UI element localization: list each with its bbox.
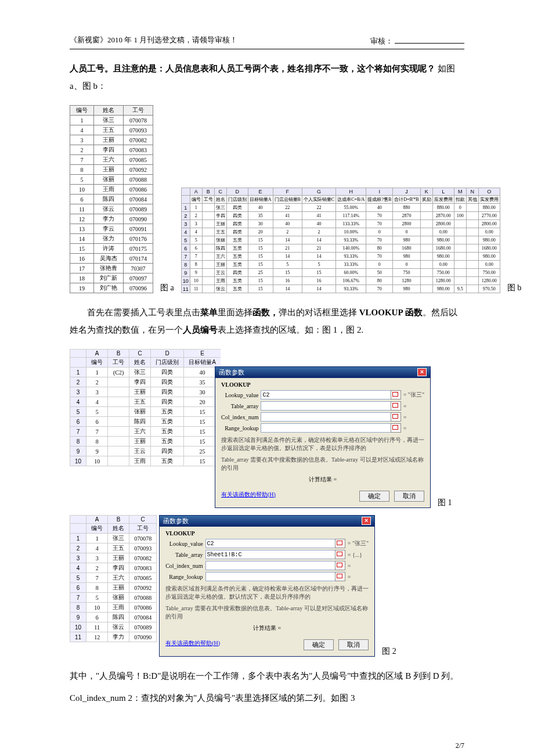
cancel-button[interactable]: 取消 [338, 639, 369, 650]
tblB-header: 门店总销量B [273, 196, 302, 204]
tblB-cell: 93.33% [336, 253, 366, 261]
row-num: 10 [70, 456, 86, 466]
tblB-cell: 980.00 [478, 253, 500, 261]
range-selector-icon[interactable] [391, 390, 401, 399]
sheet-cell: 070086 [129, 603, 157, 613]
field-label: Lookup_value [165, 541, 203, 547]
result-label: 计算结果 = [221, 476, 424, 484]
range-selector-icon[interactable] [335, 561, 345, 570]
sheet-cell: 王雨 [129, 456, 151, 466]
close-icon[interactable]: × [362, 517, 371, 525]
tblA-cell: 5 [70, 175, 94, 185]
tblB-cell: 133.33% [336, 220, 366, 228]
help-link[interactable]: 有关该函数的帮助(H) [221, 491, 276, 499]
sheet-cell: 070078 [129, 534, 157, 543]
ok-button[interactable]: 确定 [359, 491, 389, 502]
tblB-cell: 王丽 [214, 220, 226, 228]
field-input[interactable] [205, 572, 336, 581]
tblB-cell [454, 244, 466, 253]
table-a: 编号姓名工号1张三0700784王五0700933王丽0700822李四0700… [70, 105, 153, 293]
tblB-cell [454, 236, 466, 244]
tblB-cell: 70 [366, 212, 393, 220]
range-selector-icon[interactable] [391, 423, 401, 433]
tblA-cell: 14 [70, 234, 94, 244]
tblB-cell: 15 [273, 269, 302, 277]
tblB-cell [454, 261, 466, 269]
field-input[interactable] [205, 561, 336, 570]
row-num: 11 [181, 285, 190, 293]
tblB-cell [420, 277, 432, 285]
sheet-cell: 070084 [129, 613, 157, 622]
col-letter: M [454, 188, 466, 196]
sheet-cell: 070082 [129, 553, 157, 563]
tblB-cell: 100 [454, 212, 466, 220]
tblB-cell [466, 261, 478, 269]
tblB-header: 目标销量A [248, 196, 273, 204]
tblB-cell [202, 244, 214, 253]
tblB-cell [466, 220, 478, 228]
tblB-cell [420, 244, 432, 253]
sheet-cell: 王丽 [129, 437, 151, 447]
sheet-cell: 张三 [108, 534, 129, 543]
tblA-cell: 16 [70, 254, 94, 264]
tblA-cell: 4 [70, 125, 94, 135]
tblB-cell [202, 269, 214, 277]
tblA-header: 编号 [70, 106, 94, 116]
tblA-cell: 15 [70, 244, 94, 254]
row-num: 2 [70, 543, 86, 553]
field-input[interactable] [261, 401, 391, 411]
row-num: 10 [181, 277, 190, 285]
field-input[interactable] [261, 423, 391, 433]
tblB-header: 工号 [202, 196, 214, 204]
tblB-cell: 陈四 [214, 244, 226, 253]
tblB-cell [466, 244, 478, 253]
tblB-cell [202, 253, 214, 261]
range-selector-icon[interactable] [391, 401, 401, 411]
tblB-cell: 四类 [226, 212, 248, 220]
tblB-cell [420, 261, 432, 269]
range-selector-icon[interactable] [335, 572, 345, 581]
cancel-button[interactable]: 取消 [394, 491, 424, 502]
help-link[interactable]: 有关该函数的帮助(H) [165, 639, 220, 647]
field-label: Col_index_num [165, 563, 203, 569]
tblB-cell: 16 [302, 277, 335, 285]
col-letter: N [466, 188, 478, 196]
tblB-cell: 21 [273, 244, 302, 253]
sheet-cell: 五类 [151, 437, 184, 447]
tblB-cell: 70 [366, 253, 393, 261]
range-selector-icon[interactable] [391, 412, 401, 422]
range-selector-icon[interactable] [335, 550, 345, 559]
tblB-cell: 70 [366, 285, 393, 293]
tblB-cell: 9.5 [454, 285, 466, 293]
sheet-cell: 四类 [151, 397, 184, 407]
sheet-cell: 7 [86, 427, 108, 437]
sheet-cell: 070083 [129, 563, 157, 573]
range-selector-icon[interactable] [335, 539, 345, 548]
tblB-cell: 980 [393, 253, 420, 261]
field-input[interactable] [205, 550, 336, 559]
tblB-cell: 4 [190, 228, 202, 236]
tblB-header: 姓名 [214, 196, 226, 204]
field-input[interactable] [261, 412, 391, 422]
ok-button[interactable]: 确定 [304, 639, 334, 650]
tblB-cell: 15 [248, 253, 273, 261]
col-letter: F [273, 188, 302, 196]
tblB-cell: 1280.00 [432, 277, 454, 285]
sheet-cell: 陈四 [129, 417, 151, 427]
tblB-header: 达成率C=B/A [336, 196, 366, 204]
row-num: 2 [181, 212, 190, 220]
field-input[interactable] [261, 390, 391, 399]
tblA-cell: 6 [70, 195, 94, 204]
tblA-cell: 070090 [124, 214, 153, 224]
tblA-cell: 070088 [124, 175, 153, 185]
tblB-cell: 0.00 [478, 228, 500, 236]
tblB-cell: 3 [190, 220, 202, 228]
tblB-cell: 117.14% [336, 212, 366, 220]
sheet-cell: 4 [86, 397, 108, 407]
tblA-cell: 张艳青 [94, 264, 124, 273]
field-input[interactable] [205, 539, 336, 548]
tblA-cell: 070175 [124, 244, 153, 254]
tblB-cell: 2 [273, 228, 302, 236]
close-icon[interactable]: × [417, 368, 427, 376]
tblB-cell: 0 [366, 261, 393, 269]
